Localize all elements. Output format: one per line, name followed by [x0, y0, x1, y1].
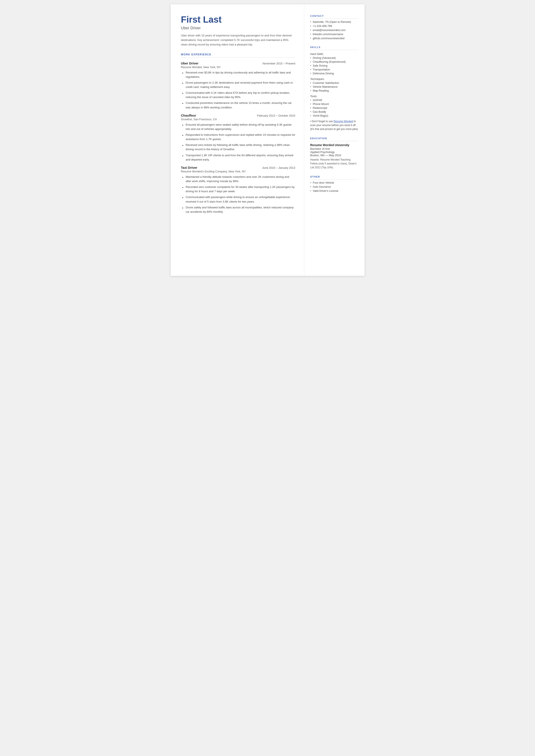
- other-list: Four-door Vehicle Auto Insurance Valid D…: [310, 181, 358, 192]
- techniques-list: Customer Satisfaction Vehicle Maintenanc…: [310, 81, 358, 92]
- job-1-bullets: Received over $3.8K in tips by driving c…: [181, 70, 296, 110]
- skills-section: SKILLS Hard Skills: Driving (Advanced) C…: [310, 46, 358, 131]
- job-3-bullets: Maintained a friendly attitude towards c…: [181, 175, 296, 214]
- edu-field: Applied Psychology: [310, 151, 358, 154]
- job-2-dates: February 2013 – October 2015: [257, 114, 296, 117]
- job-3-title: Taxi Driver: [181, 166, 197, 169]
- list-item: Received over $3.8K in tips by driving c…: [182, 70, 296, 79]
- hard-skills-label: Hard Skills:: [310, 53, 358, 56]
- left-column: First Last Uber Driver Uber driver with …: [171, 4, 304, 276]
- right-column: CONTACT Nashville, TN (Open to Remote) +…: [304, 4, 365, 276]
- summary-text: Uber driver with 10 years of experience …: [181, 33, 296, 47]
- list-item: Received zero tickets by following all t…: [182, 143, 296, 152]
- job-3-dates: June 2010 – January 2013: [262, 166, 296, 169]
- resume-page: First Last Uber Driver Uber driver with …: [171, 4, 365, 276]
- list-item: Communicated with passengers while drivi…: [182, 195, 296, 204]
- job-2-header: Chauffeur February 2013 – October 2015: [181, 114, 296, 117]
- contact-section: CONTACT Nashville, TN (Open to Remote) +…: [310, 14, 358, 40]
- other-section: OTHER Four-door Vehicle Auto Insurance V…: [310, 176, 358, 192]
- list-item: GOFAR: [310, 99, 358, 102]
- work-experience-title: WORK EXPERIENCE: [181, 53, 296, 58]
- education-section: EDUCATION Resume Worded University Bache…: [310, 137, 358, 169]
- education-title: EDUCATION: [310, 137, 358, 141]
- list-item: Nashville, TN (Open to Remote): [310, 20, 358, 23]
- job-1: Uber Driver November 2015 – Present Resu…: [181, 61, 296, 110]
- hard-skills-list: Driving (Advanced) Chauffeuring (Experie…: [310, 56, 358, 75]
- job-2: Chauffeur February 2013 – October 2015 G…: [181, 114, 296, 162]
- skills-note: • Don't forget to use Resume Worded to s…: [310, 119, 358, 131]
- edu-degree: Bachelor of Arts: [310, 147, 358, 151]
- job-1-header: Uber Driver November 2015 – Present: [181, 61, 296, 65]
- candidate-name: First Last: [181, 14, 296, 25]
- list-item: Maintained a friendly attitude towards c…: [182, 175, 296, 183]
- contact-list: Nashville, TN (Open to Remote) +1-234-45…: [310, 20, 358, 40]
- list-item: Drove passengers to 2.3K destinations an…: [182, 81, 296, 89]
- job-2-bullets: Ensured all passengers were seated safel…: [181, 123, 296, 162]
- list-item: Driving (Advanced): [310, 56, 358, 60]
- list-item: Safe Driving: [310, 64, 358, 67]
- list-item: Vehicle Maintenance: [310, 85, 358, 88]
- other-title: OTHER: [310, 176, 358, 180]
- job-title: Uber Driver: [181, 26, 296, 30]
- list-item: Phone Mount: [310, 102, 358, 106]
- job-3: Taxi Driver June 2010 – January 2013 Res…: [181, 166, 296, 214]
- list-item: Communicated with 4.1K riders about ETA …: [182, 91, 296, 99]
- tools-label: Tools:: [310, 95, 358, 98]
- contact-title: CONTACT: [310, 14, 358, 19]
- job-2-company: Growthsi, San Francisco, CA: [181, 118, 296, 121]
- list-item: Recorded zero customer complaints for 30…: [182, 185, 296, 193]
- list-item: Auto Insurance: [310, 185, 358, 188]
- list-item: Valid Driver's License: [310, 189, 358, 192]
- list-item: Radarscope: [310, 106, 358, 109]
- job-3-company: Resume Worded's Exciting Company, New Yo…: [181, 170, 296, 173]
- list-item: Transported 1.3K VIP clients to and from…: [182, 153, 296, 162]
- list-item: Gas Buddy: [310, 110, 358, 113]
- list-item: Conducted preventive maintenance on the …: [182, 101, 296, 109]
- list-item: Ensured all passengers were seated safel…: [182, 123, 296, 131]
- list-item: Vomit Bag(s): [310, 114, 358, 117]
- job-1-company: Resume Worded, New York, NY: [181, 66, 296, 69]
- list-item: Transportation: [310, 68, 358, 71]
- skills-title: SKILLS: [310, 46, 358, 50]
- edu-dates: Boston, MA — May 2010: [310, 154, 358, 157]
- list-item: email@resumeworded.com: [310, 29, 358, 32]
- list-item: Chauffeuring (Experienced): [310, 60, 358, 63]
- list-item: linkedin.com/in/username: [310, 33, 358, 36]
- list-item: Responded to instructions from superviso…: [182, 133, 296, 141]
- job-3-header: Taxi Driver June 2010 – January 2013: [181, 166, 296, 169]
- list-item: Map Reading: [310, 89, 358, 92]
- edu-awards: Awards: Resume Worded Teaching Fellow (o…: [310, 158, 358, 169]
- list-item: Customer Satisfaction: [310, 81, 358, 84]
- job-2-title: Chauffeur: [181, 114, 196, 117]
- edu-school: Resume Worded University: [310, 143, 358, 147]
- job-1-dates: November 2015 – Present: [263, 62, 296, 65]
- list-item: Four-door Vehicle: [310, 181, 358, 184]
- resume-worded-link[interactable]: Resume Worded: [333, 120, 353, 123]
- tools-list: GOFAR Phone Mount Radarscope Gas Buddy V…: [310, 99, 358, 117]
- job-1-title: Uber Driver: [181, 61, 199, 65]
- work-experience-section: WORK EXPERIENCE Uber Driver November 201…: [181, 53, 296, 214]
- list-item: Defensive Driving: [310, 72, 358, 75]
- list-item: Drove safely and followed traffic laws a…: [182, 205, 296, 214]
- list-item: +1-234-456-789: [310, 25, 358, 28]
- techniques-label: Techniques:: [310, 78, 358, 81]
- list-item: github.com/resumeworded: [310, 37, 358, 40]
